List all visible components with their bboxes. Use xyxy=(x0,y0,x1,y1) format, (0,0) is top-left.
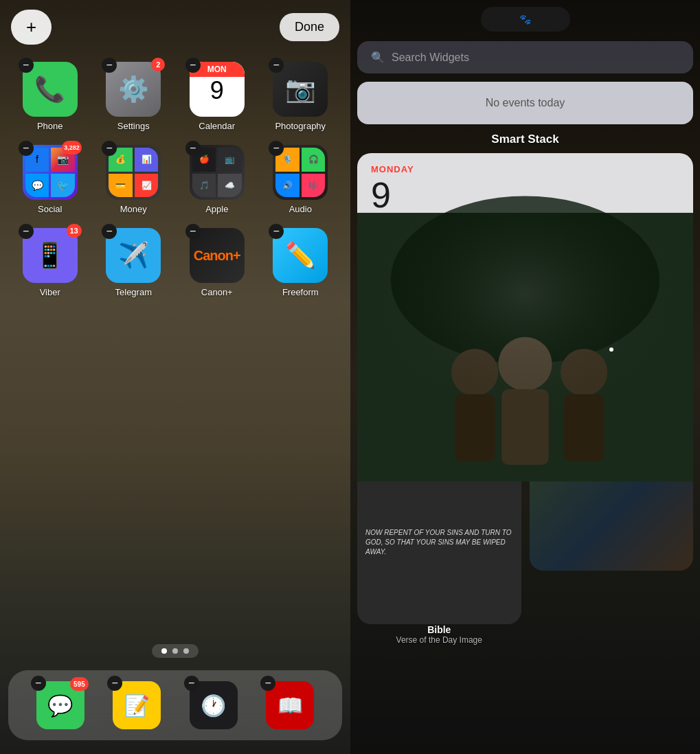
app-item-telegram: ✈️ Telegram xyxy=(95,228,173,297)
app-icon-wrapper-settings: 2 ⚙️ xyxy=(106,62,161,117)
app-icon-wrapper-apple: 🍎 📺 🎵 ☁️ xyxy=(190,145,245,200)
dock-item-bible: 📖 xyxy=(266,681,314,729)
app-item-canonplus: Canon+ Canon+ xyxy=(178,228,256,297)
app-icon-wrapper-canonplus: Canon+ xyxy=(190,228,245,283)
photo-widget-container xyxy=(530,461,694,646)
notch-area: 🐾 xyxy=(481,7,570,32)
social-label: Social xyxy=(38,204,62,214)
app-item-freeform: ✏️ Freeform xyxy=(262,228,340,297)
audio-label: Audio xyxy=(289,204,312,214)
app-item-audio: 🎙️ 🎧 🔊 🎼 Audio xyxy=(262,145,340,214)
remove-phone-button[interactable] xyxy=(19,58,34,73)
app-icon-wrapper-audio: 🎙️ 🎧 🔊 🎼 xyxy=(273,145,328,200)
dock-remove-messages[interactable] xyxy=(31,676,46,691)
done-button[interactable]: Done xyxy=(280,13,339,41)
social-badge: 3,282 xyxy=(62,141,82,155)
dock-item-clock: 🕐 xyxy=(190,681,238,729)
app-icon-wrapper-phone: 📞 xyxy=(23,62,78,117)
app-icon-wrapper-money: 💰 📊 💳 📈 xyxy=(106,145,161,200)
remove-canonplus-button[interactable] xyxy=(185,224,201,239)
remove-calendar-button[interactable] xyxy=(185,58,201,73)
app-item-viber: 13 📱 Viber xyxy=(11,228,89,297)
app-item-photography: 📷 Photography xyxy=(262,62,340,131)
right-panel: 🐾 🔍 Search Widgets No events today Smart… xyxy=(350,0,700,754)
page-indicators xyxy=(152,644,199,658)
calendar-label: Calendar xyxy=(199,121,235,131)
app-item-phone: 📞 Phone xyxy=(11,62,89,131)
page-dot-2[interactable] xyxy=(172,648,178,654)
freeform-label: Freeform xyxy=(282,287,319,297)
settings-badge: 2 xyxy=(151,58,165,71)
plus-icon: + xyxy=(26,16,36,38)
app-icon-wrapper-calendar: MON 9 xyxy=(190,62,245,117)
app-grid: 📞 Phone 2 ⚙️ Settings MON 9 xyxy=(11,62,339,297)
calendar-day: 9 xyxy=(210,77,224,104)
dock-remove-clock[interactable] xyxy=(184,676,199,691)
left-panel: + Done 📞 Phone 2 ⚙️ Settings xyxy=(0,0,350,754)
page-dot-3[interactable] xyxy=(183,648,189,654)
top-bar: + Done xyxy=(11,10,339,45)
app-icon-wrapper-telegram: ✈️ xyxy=(106,228,161,283)
clock-center-dot xyxy=(609,347,613,352)
app-icon-wrapper-social: 3,282 f 📷 💬 🐦 xyxy=(23,145,78,200)
app-item-calendar: MON 9 Calendar xyxy=(178,62,256,131)
app-item-apple: 🍎 📺 🎵 ☁️ Apple xyxy=(178,145,256,214)
app-icon-wrapper-freeform: ✏️ xyxy=(273,228,328,283)
add-widget-button[interactable]: + xyxy=(11,10,52,45)
widget-panel: 🔍 Search Widgets No events today Smart S… xyxy=(357,41,693,653)
widget-grid: Pixel Pals Pixel Pals 11 12 1 CUP 12 3 6… xyxy=(357,268,693,645)
dock-item-notes: 📝 xyxy=(113,681,161,729)
photography-label: Photography xyxy=(275,121,326,131)
money-label: Money xyxy=(120,204,147,214)
telegram-label: Telegram xyxy=(115,287,152,297)
svg-rect-22 xyxy=(530,461,694,482)
photo-widget[interactable] xyxy=(530,461,694,571)
dock: 595 💬 📝 🕐 📖 xyxy=(8,670,342,740)
canonplus-label: Canon+ xyxy=(201,287,233,297)
remove-social-button[interactable] xyxy=(19,141,34,156)
app-item-money: 💰 📊 💳 📈 Money xyxy=(95,145,173,214)
viber-badge: 13 xyxy=(67,224,82,238)
page-dot-1[interactable] xyxy=(161,648,167,654)
app-item-social: 3,282 f 📷 💬 🐦 Social xyxy=(11,145,89,214)
app-item-settings: 2 ⚙️ Settings xyxy=(95,62,173,131)
remove-viber-button[interactable] xyxy=(19,224,34,239)
app-icon-wrapper-viber: 13 📱 xyxy=(23,228,78,283)
app-icon-wrapper-photography: 📷 xyxy=(273,62,328,117)
remove-apple-button[interactable] xyxy=(185,141,201,156)
settings-label: Settings xyxy=(117,121,150,131)
messages-badge: 595 xyxy=(70,677,89,691)
notch-icon: 🐾 xyxy=(519,14,531,25)
phone-label: Phone xyxy=(37,121,63,131)
dock-item-messages: 595 💬 xyxy=(36,681,84,729)
viber-label: Viber xyxy=(40,287,60,297)
apple-label: Apple xyxy=(205,204,228,214)
